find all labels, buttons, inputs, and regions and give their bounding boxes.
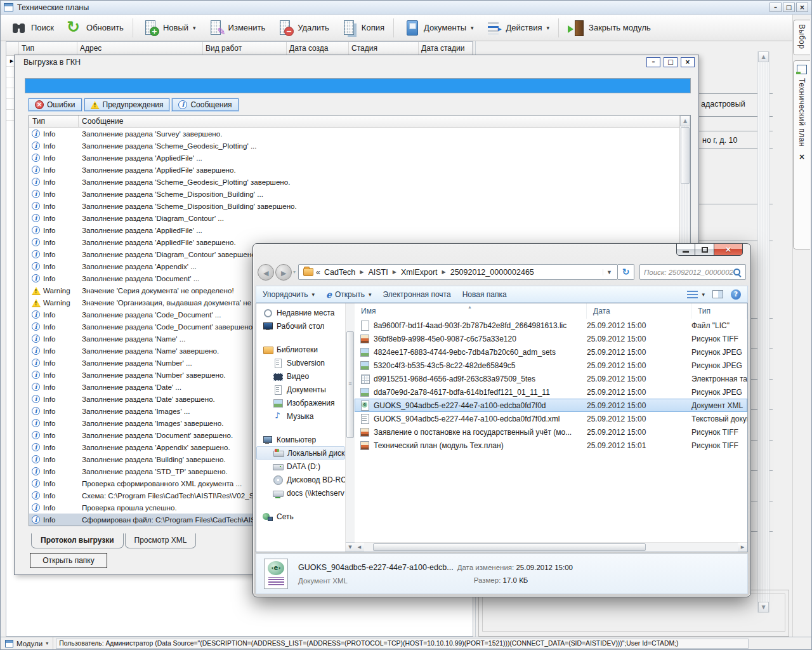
file-row[interactable]: 36bf8eb9-a998-45e0-9087-c6c75a33e120 25.… xyxy=(355,332,747,345)
file-row[interactable]: 8a9600f7-bd1f-4aad-903f-2b787b42e8fd_266… xyxy=(355,319,747,332)
close-module-button[interactable]: Закрыть модуль xyxy=(562,17,657,39)
grid-column-stage[interactable]: Стадия xyxy=(349,42,419,55)
help-button[interactable]: ? xyxy=(731,289,741,300)
file-row[interactable]: GUOKS_904adbc5-e227-44e7-a100-edcba0fd7f… xyxy=(355,412,747,425)
edit-button[interactable]: Изменить xyxy=(202,17,272,39)
right-panel-scrollbar[interactable]: ▲ ▼ xyxy=(757,51,769,613)
open-menu[interactable]: e Открыть xyxy=(326,290,372,299)
log-row[interactable]: Info Заполнение раздела 'Survey' заверше… xyxy=(29,128,679,140)
log-column-type[interactable]: Тип xyxy=(29,116,79,127)
log-filter-toggle[interactable]: Сообщения xyxy=(172,98,238,111)
log-row[interactable]: Info Заполнение раздела 'Scheme_Disposit… xyxy=(29,188,679,200)
refresh-address-button[interactable]: ↻ xyxy=(618,264,634,280)
scroll-up-icon[interactable]: ▲ xyxy=(680,116,690,126)
log-row[interactable]: Info Заполнение раздела 'AppliedFile' за… xyxy=(29,164,679,176)
dialog-minimize-button[interactable]: – xyxy=(646,57,660,67)
file-row[interactable]: dda70e9d-2a78-4617-bdfa-614b1fedf121_01_… xyxy=(355,385,747,399)
nav-pane-item[interactable]: Сеть xyxy=(256,510,345,523)
scroll-down-icon[interactable]: ▼ xyxy=(346,542,355,552)
breadcrumb-item[interactable]: 25092012_0000002465 ▶ xyxy=(450,268,534,277)
email-command[interactable]: Электронная почта xyxy=(383,290,451,299)
search-icon[interactable] xyxy=(733,268,742,277)
explorer-maximize-button[interactable] xyxy=(695,244,714,256)
address-dropdown-icon[interactable]: ▼ xyxy=(603,269,615,275)
breadcrumb-item[interactable]: CadTech ▶ xyxy=(324,268,369,277)
grid-column-address[interactable]: Адрес xyxy=(77,42,203,55)
log-row[interactable]: Info Заполнение раздела 'Scheme_Geodesic… xyxy=(29,176,679,188)
log-row[interactable]: Info Заполнение раздела 'Scheme_Geodesic… xyxy=(29,140,679,152)
scrollbar-thumb[interactable] xyxy=(681,127,690,184)
dialog-maximize-button[interactable]: □ xyxy=(664,57,678,67)
main-close-button[interactable]: × xyxy=(796,3,808,12)
column-type[interactable]: Тип xyxy=(691,303,747,319)
address-bar[interactable]: « CadTech ▶ AISTI ▶ XmlExport ▶ xyxy=(298,264,618,280)
change-view-button[interactable] xyxy=(687,290,705,298)
grid-column-worktype[interactable]: Вид работ xyxy=(203,42,287,55)
scrollbar-thumb[interactable] xyxy=(346,331,354,438)
nav-pane-item[interactable]: Библиотеки xyxy=(256,343,345,356)
search-button[interactable]: Поиск xyxy=(4,17,60,39)
log-filter-toggle[interactable]: Предупреждения xyxy=(84,98,170,111)
documents-button[interactable]: Документы xyxy=(397,17,480,39)
grid-column-created[interactable]: Дата созда xyxy=(287,42,349,55)
nav-pane-item[interactable]: Видео xyxy=(256,369,345,383)
dialog-tab[interactable]: Просмотр XML xyxy=(125,533,197,548)
scroll-right-icon[interactable]: ▶ xyxy=(738,543,747,552)
log-filter-toggle[interactable]: Ошибки xyxy=(29,98,82,111)
nav-pane-item[interactable]: Локальный диск xyxy=(256,446,345,460)
dialog-close-button[interactable]: × xyxy=(681,57,695,67)
file-row[interactable]: Технический план (модуль Тех.план) 25.09… xyxy=(355,439,747,452)
file-row[interactable]: d9915251-968d-4656-ad9f-263c83a97509_5te… xyxy=(355,372,747,385)
log-row[interactable]: Info Заполнение раздела 'Diagram_Contour… xyxy=(29,212,679,224)
scrollbar-thumb[interactable] xyxy=(373,543,646,551)
explorer-close-button[interactable]: × xyxy=(714,244,743,256)
file-row[interactable]: 4824ee17-6883-4744-9ebc-7db4a7b20c60_adm… xyxy=(355,345,747,359)
search-box[interactable]: Поиск: 25092012_0000002465 xyxy=(639,264,746,280)
log-column-message[interactable]: Сообщение xyxy=(79,116,679,127)
breadcrumb-item[interactable]: AISTI ▶ xyxy=(368,268,400,277)
modules-button[interactable]: Модули ▾ xyxy=(1,637,53,649)
scroll-left-icon[interactable]: ◀ xyxy=(355,543,364,552)
nav-pane-item[interactable]: Рабочий стол xyxy=(256,319,345,333)
column-date[interactable]: Дата xyxy=(587,303,691,319)
back-button[interactable]: ◀ xyxy=(258,264,274,281)
file-row[interactable]: 5320c4f3-b535-43c5-8c22-482de65849c5 25.… xyxy=(355,359,747,372)
breadcrumb-overflow[interactable]: « xyxy=(316,268,320,277)
delete-button[interactable]: Удалить xyxy=(271,17,335,39)
scroll-up-icon[interactable]: ▲ xyxy=(758,51,769,62)
nav-pane-item[interactable]: Документы xyxy=(256,383,345,396)
log-row[interactable]: Info Заполнение раздела 'AppliedFile' ..… xyxy=(29,224,679,236)
grid-column-stagedate[interactable]: Дата стадии xyxy=(419,42,473,55)
nav-pane-item[interactable]: Subversion xyxy=(256,356,345,369)
history-dropdown-icon[interactable]: ▾ xyxy=(293,269,296,275)
tab-technical-plan[interactable]: Технический план × xyxy=(793,60,810,249)
file-row[interactable]: GUOKS_904adbc5-e227-44e7-a100-edcba0fd7f… xyxy=(355,399,747,412)
main-minimize-button[interactable]: – xyxy=(769,3,782,12)
log-row[interactable]: Info Заполнение раздела 'AppliedFile' ..… xyxy=(29,152,679,164)
new-folder-command[interactable]: Новая папка xyxy=(462,290,507,299)
main-restore-button[interactable]: □ xyxy=(783,3,795,12)
explorer-minimize-button[interactable] xyxy=(676,244,695,256)
nav-pane-item[interactable]: Музыка xyxy=(256,409,345,423)
actions-button[interactable]: Действия xyxy=(480,17,556,39)
preview-pane-button[interactable] xyxy=(712,290,723,298)
copy-button[interactable]: Копия xyxy=(335,17,390,39)
organize-menu[interactable]: Упорядочить xyxy=(263,290,315,299)
nav-pane-scrollbar[interactable]: ▼ xyxy=(345,303,355,552)
nav-pane-item[interactable]: Дисковод BD-RC xyxy=(256,473,345,486)
nav-pane-item[interactable]: DATA (D:) xyxy=(256,460,345,473)
tab-close-icon[interactable]: × xyxy=(799,153,805,161)
tab-selection[interactable]: Выбор xyxy=(793,20,810,55)
breadcrumb-item[interactable]: XmlExport ▶ xyxy=(401,268,450,277)
forward-button[interactable]: ▶ xyxy=(275,264,292,281)
new-button[interactable]: Новый xyxy=(136,17,202,39)
nav-pane-item[interactable]: Недавние места xyxy=(256,306,345,319)
nav-pane-item[interactable]: Изображения xyxy=(256,396,345,409)
grid-column-type[interactable]: Тип xyxy=(19,42,77,55)
dialog-tab[interactable]: Протокол выгрузки xyxy=(31,533,124,548)
refresh-button[interactable]: Обновить xyxy=(60,17,129,39)
nav-pane-item[interactable]: docs (\\ktechserv xyxy=(256,486,345,500)
open-folder-button[interactable]: Открыть папку xyxy=(30,553,107,568)
log-row[interactable]: Info Заполнение раздела 'Scheme_Disposit… xyxy=(29,200,679,212)
nav-pane-item[interactable]: Компьютер xyxy=(256,433,345,446)
